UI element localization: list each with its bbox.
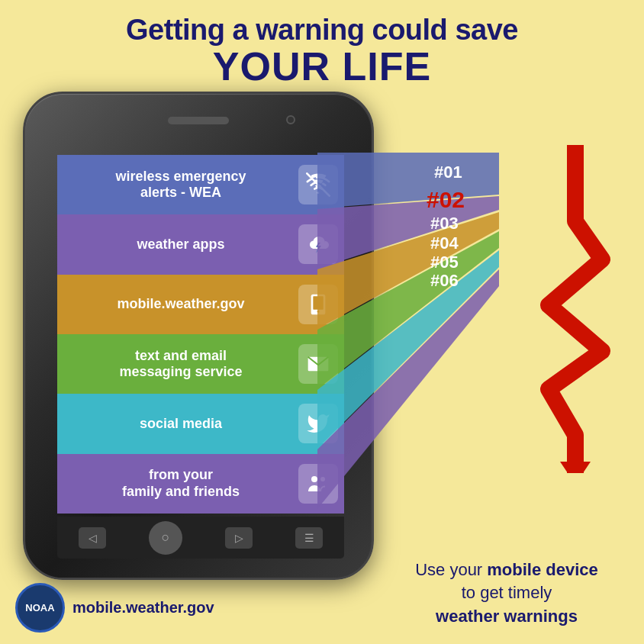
band-label-06: #06: [430, 271, 459, 290]
bottom-bold-2: weather warnings: [436, 607, 578, 626]
lightning-bolt-svg: [526, 145, 625, 473]
bottom-section: Use your mobile device to get timely wea…: [385, 559, 629, 629]
header-line1: Getting a warning could save: [15, 14, 629, 47]
band-label-01: #01: [434, 163, 462, 182]
band-label-04: #04: [430, 233, 459, 253]
noaa-label: NOAA: [25, 602, 54, 613]
menu-btn: ☰: [295, 527, 323, 549]
forward-btn: ▷: [225, 527, 253, 549]
row-text-apps: weather apps: [63, 237, 298, 253]
bottom-text: Use your mobile device to get timely wea…: [385, 559, 629, 629]
noaa-url: mobile.weather.gov: [72, 599, 214, 617]
bands-svg: #01 #02 #03 #04 #05 #06: [285, 153, 545, 511]
home-btn: ○: [149, 521, 182, 555]
row-text-wea: wireless emergencyalerts - WEA: [63, 169, 298, 201]
band-label-03: #03: [430, 214, 459, 233]
phone-speaker: [168, 117, 229, 124]
header-line2: YOUR LIFE: [15, 43, 629, 89]
row-text-messaging: text and emailmessaging service: [63, 348, 298, 381]
phone-camera: [286, 115, 295, 124]
svg-marker-13: [560, 462, 591, 473]
band-label-05: #05: [430, 253, 459, 272]
back-btn: ◁: [79, 527, 106, 549]
band-label-02: #02: [427, 187, 465, 212]
row-text-mobile: mobile.weather.gov: [63, 296, 298, 313]
row-text-friends: from yourfamily and friends: [63, 467, 298, 500]
noaa-logo: NOAA: [15, 583, 65, 633]
row-text-social: social media: [63, 416, 298, 433]
phone-bottom-bar: ◁ ○ ▷ ☰: [57, 517, 344, 559]
noaa-section: NOAA mobile.weather.gov: [15, 583, 214, 633]
bottom-bold-1: mobile device: [487, 560, 598, 579]
header: Getting a warning could save YOUR LIFE: [0, 0, 644, 93]
